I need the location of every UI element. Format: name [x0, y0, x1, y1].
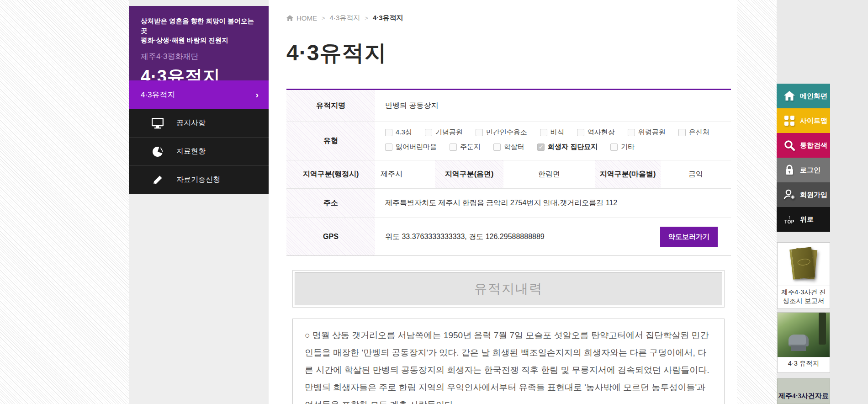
pencil-icon [151, 174, 164, 186]
checkbox-option-checked[interactable]: 희생자 집단묘지 [537, 143, 598, 151]
checkbox-option[interactable]: 주둔지 [450, 143, 481, 151]
quick-menu: 메인화면 사이트맵 통합검색 로그인 회원가입 [777, 84, 830, 232]
banner-archive-card[interactable]: 제주4·3사건자료 [777, 378, 830, 404]
main-content: HOME > 4·3유적지 > 4·3유적지 4·3유적지 유적지명 만벵듸 공… [269, 0, 737, 404]
site-history-banner: 유적지내력 [292, 270, 725, 308]
quickmenu-join-button[interactable]: 회원가입 [777, 182, 830, 207]
page-title: 4·3유적지 [286, 38, 386, 68]
checkbox-option[interactable]: 비석 [540, 128, 564, 137]
region-eup-label: 지역구분(읍면) [435, 160, 503, 188]
quickmenu-label: 사이트맵 [800, 117, 827, 125]
address-value: 제주특별자치도 제주시 한림읍 금악리 2754번지 일대,갯거리오름길 112 [375, 189, 731, 218]
quickmenu-main-button[interactable]: 메인화면 [777, 84, 830, 108]
banner-sites-card[interactable]: 4·3 유적지 [777, 312, 830, 373]
sidebar-org-name: 제주4·3평화재단 [141, 51, 260, 62]
home-icon [783, 91, 796, 101]
quickmenu-search-button[interactable]: 통합검색 [777, 133, 830, 158]
site-type-label: 유형 [286, 122, 375, 160]
sidebar-active-label: 4·3유적지 [141, 90, 175, 100]
region-eup-value: 한림면 [503, 160, 595, 188]
checkbox-icon [610, 144, 618, 151]
table-row-region: 지역구분(행정시) 제주시 지역구분(읍면) 한림면 지역구분(마을별) 금악 [286, 160, 731, 189]
report-card-caption: 제주4·3사건 진상조사 보고서 [778, 286, 830, 307]
checkbox-option[interactable]: 역사현장 [577, 128, 615, 137]
home-icon [286, 15, 293, 21]
chevron-right-icon: › [255, 90, 259, 99]
region-admin-value: 제주시 [375, 160, 435, 188]
checkbox-icon [476, 129, 483, 136]
view-map-button[interactable]: 약도보러가기 [660, 227, 718, 247]
table-row-address: 주소 제주특별자치도 제주시 한림읍 금악리 2754번지 일대,갯거리오름길 … [286, 189, 731, 218]
checkbox-icon [678, 129, 686, 136]
checkbox-option[interactable]: 기타 [610, 143, 635, 151]
left-sidebar: 상처받은 영혼을 향한 희망이 불어오는 곳 평화·상생·해원 바람의 진원지 … [129, 0, 269, 404]
site-history-banner-title: 유적지내력 [295, 272, 722, 305]
banner-report-card[interactable]: 제주4·3사건 진상조사 보고서 [777, 242, 830, 309]
top-arrow-icon: ↑ TOP [783, 215, 796, 224]
checkbox-icon [577, 129, 584, 136]
checkbox-option[interactable]: 민간인수용소 [476, 128, 527, 137]
checkbox-icon [450, 144, 457, 151]
address-label: 주소 [286, 189, 375, 218]
site-name-value: 만벵듸 공동장지 [375, 90, 731, 122]
sidebar-item-yujeokji-active[interactable]: 4·3유적지 › [129, 80, 269, 109]
sidebar-item-donation-request[interactable]: 자료기증신청 [129, 165, 269, 194]
checkbox-option[interactable]: 기념공원 [425, 128, 463, 137]
archive-card-caption: 제주4·3사건자료 [778, 392, 830, 400]
breadcrumb-home-label: HOME [296, 14, 317, 22]
quickmenu-label: 회원가입 [800, 191, 827, 199]
sidebar-header: 상처받은 영혼을 향한 희망이 불어오는 곳 평화·상생·해원 바람의 진원지 … [129, 6, 269, 80]
report-book-image [778, 243, 830, 286]
checkbox-icon [628, 129, 635, 136]
quickmenu-label: 위로 [800, 215, 814, 224]
checkbox-option[interactable]: 은신처 [678, 128, 709, 137]
sidebar-tagline-1: 상처받은 영혼을 향한 희망이 불어오는 곳 [141, 16, 260, 36]
sidebar-item-notice[interactable]: 공지사항 [129, 109, 269, 137]
checkbox-icon [425, 129, 432, 136]
gps-label: GPS [286, 218, 375, 255]
breadcrumb-current: 4·3유적지 [373, 14, 403, 22]
region-village-value: 금악 [661, 160, 731, 188]
breadcrumb-home-link[interactable]: HOME [286, 14, 317, 22]
site-detail-table: 유적지명 만벵듸 공동장지 유형 4.3성 기념공원 민간인수용소 비석 역사현… [286, 89, 731, 256]
sidebar-item-data-status[interactable]: 자료현황 [129, 137, 269, 165]
checkbox-checked-icon [537, 144, 545, 151]
table-row-gps: GPS 위도 33.3763333333333, 경도 126.29588888… [286, 218, 731, 255]
breadcrumb-separator: > [365, 15, 368, 21]
monument-shape [789, 335, 809, 346]
breadcrumb-level1[interactable]: 4·3유적지 [330, 14, 360, 22]
checkbox-option[interactable]: 4.3성 [385, 128, 412, 137]
checkbox-option[interactable]: 잃어버린마을 [385, 143, 437, 151]
checkbox-icon [385, 144, 392, 151]
pie-chart-icon [151, 145, 164, 158]
site-type-options: 4.3성 기념공원 민간인수용소 비석 역사현장 위령공원 은신처 잃어버린마을… [375, 122, 731, 160]
sites-photo-image [778, 313, 830, 357]
right-rail: 메인화면 사이트맵 통합검색 로그인 회원가입 [777, 0, 868, 404]
region-admin-label: 지역구분(행정시) [286, 160, 375, 188]
monitor-icon [151, 117, 164, 130]
sidebar-menu: 4·3유적지 › 공지사항 자료현황 자료기증신청 [129, 80, 269, 194]
table-row-site-name: 유적지명 만벵듸 공동장지 [286, 90, 731, 122]
quickmenu-login-button[interactable]: 로그인 [777, 158, 830, 182]
checkbox-option[interactable]: 학살터 [493, 143, 524, 151]
quickmenu-scroll-top-button[interactable]: ↑ TOP 위로 [777, 207, 830, 232]
quickmenu-label: 메인화면 [800, 92, 827, 101]
table-row-site-type: 유형 4.3성 기념공원 민간인수용소 비석 역사현장 위령공원 은신처 잃어버… [286, 122, 731, 160]
site-name-label: 유적지명 [286, 90, 375, 122]
breadcrumb-separator: > [322, 15, 325, 21]
checkbox-icon [540, 129, 547, 136]
checkbox-option[interactable]: 위령공원 [628, 128, 666, 137]
sidebar-item-label: 자료현황 [176, 147, 206, 156]
grid-icon [783, 116, 796, 126]
site-history-body: ○ 명월 상동 갯거리오름 서남쪽에는 1950년 음력 7월 7일 모슬포 섯… [292, 319, 725, 404]
region-village-label: 지역구분(마을별) [595, 160, 661, 188]
type-options-row-1: 4.3성 기념공원 민간인수용소 비석 역사현장 위령공원 은신처 [385, 128, 731, 137]
user-plus-icon [783, 189, 796, 200]
quickmenu-label: 통합검색 [800, 141, 827, 150]
sites-card-caption: 4·3 유적지 [778, 357, 830, 370]
sidebar-tagline-2: 평화·상생·해원 바람의 진원지 [141, 36, 260, 45]
lock-icon [783, 165, 796, 175]
quickmenu-sitemap-button[interactable]: 사이트맵 [777, 108, 830, 133]
checkbox-icon [385, 129, 392, 136]
type-options-row-2: 잃어버린마을 주둔지 학살터 희생자 집단묘지 기타 [385, 143, 731, 151]
